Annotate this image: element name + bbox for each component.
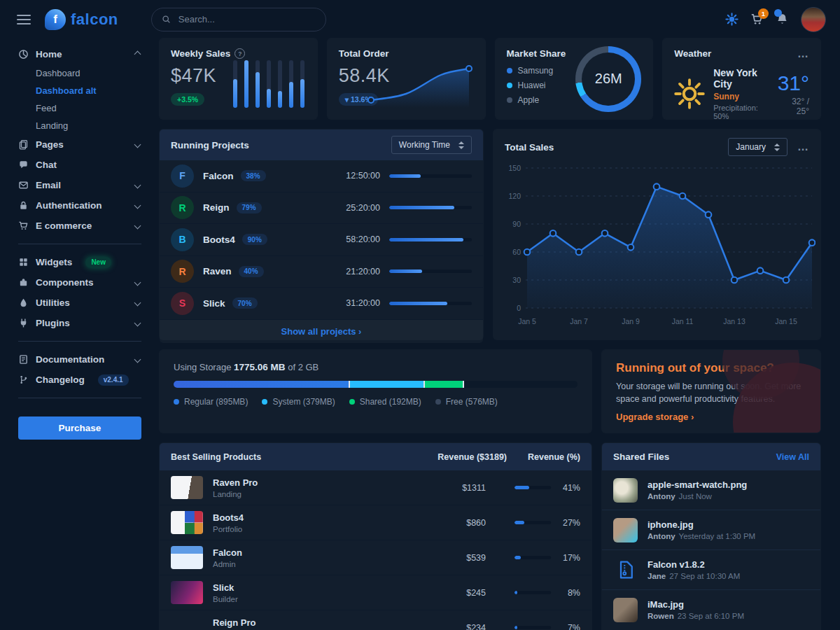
file-time: 23 Sep at 6:10 PM [678,612,744,620]
progress-track [389,206,472,209]
project-name[interactable]: Reign [203,202,230,213]
sidebar-item-home[interactable]: Home [18,44,141,64]
project-name[interactable]: Falcon [203,171,234,181]
file-row-apple-smart-watch-png: apple-smart-watch.pngAntonyJust Now [602,470,820,510]
bar [300,60,304,108]
sidebar-item-pages[interactable]: Pages [18,134,141,155]
sidebar-item-email[interactable]: Email [18,175,141,195]
file-owner: Antony [648,492,676,500]
file-row-iphone-jpg: iphone.jpgAntonyYesterday at 1:30 PM [602,510,820,550]
product-thumbnail [171,616,203,630]
product-name[interactable]: Raven Pro [213,477,388,488]
project-name[interactable]: Slick [203,298,225,309]
svg-text:30: 30 [512,276,521,284]
project-percent-badge: 79% [237,202,262,214]
falcon-logo[interactable]: f falcon [45,9,118,30]
file-meta: Jane27 Sep at 10:30 AM [648,572,740,580]
weather-range: 32° / 25° [778,97,809,116]
sidebar-item-dashboard[interactable]: Dashboard [18,64,141,82]
file-name[interactable]: iphone.jpg [648,519,755,530]
product-name[interactable]: Slick [213,582,388,593]
revenue-progress-track [514,556,551,559]
product-category[interactable]: Admin [213,560,388,568]
chevron-down-icon [134,320,141,327]
svg-text:Jan 13: Jan 13 [723,317,746,326]
sidebar-item-chat[interactable]: Chat [18,155,141,175]
sidebar-item-plugins[interactable]: Plugins [18,313,141,333]
legend-label: Free (576MB) [446,397,498,407]
more-options-icon[interactable]: … [797,50,809,57]
file-name[interactable]: apple-smart-watch.png [648,479,747,490]
sidebar-item-utilities[interactable]: Utilities [18,293,141,313]
purchase-button[interactable]: Purchase [18,416,141,440]
hamburger-menu-icon[interactable] [17,15,31,24]
sidebar-item-landing[interactable]: Landing [18,117,141,134]
product-thumbnail [171,511,203,534]
notification-dot [774,9,782,17]
legend-dot [349,399,355,405]
settings-gear-icon[interactable] [725,13,738,26]
shared-files-card: Shared Files View All apple-smart-watch.… [602,443,820,630]
chevron-down-icon [134,141,141,148]
sidebar-item-documentation[interactable]: Documentation [18,349,141,370]
progress-fill [389,174,421,178]
chevron-down-icon [134,202,141,209]
product-name[interactable]: Boots4 [213,512,388,523]
month-select[interactable]: January [728,138,788,156]
storage-card: Using Storage 1775.06 MB of 2 GB Regular… [160,350,592,433]
bar [289,60,293,108]
card-title: Running Projects [171,140,249,150]
product-name[interactable]: Falcon [213,547,388,558]
sidebar-item-e-commerce[interactable]: E commerce [18,216,141,236]
search-box[interactable] [151,8,326,31]
sidebar-item-label: Authentication [36,200,102,211]
user-avatar[interactable] [801,7,826,32]
product-name[interactable]: Reign Pro [213,617,388,628]
market-share-card: Market Share SamsungHuaweiApple 26M [496,38,653,119]
svg-text:120: 120 [508,192,521,200]
more-options-icon[interactable]: … [797,144,809,150]
file-row-falcon-v1-8-2: Falcon v1.8.2Jane27 Sep at 10:30 AM [602,550,820,589]
show-all-projects-link[interactable]: Show all projects › [160,320,483,343]
project-name[interactable]: Raven [203,266,232,276]
bar-fill [233,79,237,108]
weather-condition: Sunny [713,92,769,102]
total-sales-card: Total Sales January … 0306090120150Jan 5… [493,130,820,340]
view-all-link[interactable]: View All [776,452,809,462]
info-icon[interactable]: ? [234,48,245,59]
file-owner: Jane [648,572,666,580]
search-input[interactable] [177,13,306,25]
card-title: Weekly Sales [171,48,230,59]
branch-icon [18,374,29,385]
product-category[interactable]: Portfolio [213,525,388,533]
weather-temp: 31° [778,71,809,95]
chat-icon [18,160,29,170]
legend-label: Regular (895MB) [184,397,248,407]
sidebar-item-components[interactable]: Components [18,272,141,293]
upgrade-storage-link[interactable]: Upgrade storage › [616,412,694,422]
file-name[interactable]: iMac.jpg [648,599,744,610]
progress-fill [389,302,447,305]
sidebar-badge: v2.4.1 [98,374,129,386]
sidebar-item-dashboard-alt[interactable]: Dashboard alt [18,82,141,99]
progress-fill [389,238,463,241]
sidebar-item-widgets[interactable]: WidgetsNew [18,252,141,272]
sidebar-item-changelog[interactable]: Changelogv2.4.1 [18,370,141,390]
total-order-line-chart [363,62,478,112]
product-category[interactable]: Builder [213,595,388,603]
product-category[interactable]: Landing [213,490,388,498]
shopping-cart-icon[interactable]: 1 [750,13,764,26]
cart-icon [18,220,29,231]
storage-progress-bar [174,381,578,388]
puzzle-icon [18,277,29,288]
project-name[interactable]: Boots4 [203,234,235,245]
svg-text:Jan 11: Jan 11 [672,317,694,326]
working-time-select[interactable]: Working Time [391,136,472,154]
notifications-bell-icon[interactable] [776,13,789,26]
sidebar-item-authentication[interactable]: Authentication [18,195,141,216]
file-name[interactable]: Falcon v1.8.2 [648,559,740,570]
sidebar-item-feed[interactable]: Feed [18,99,141,117]
project-percent-badge: 38% [241,170,266,181]
revenue-progress-fill [514,486,529,489]
revenue-progress-track [514,521,551,524]
